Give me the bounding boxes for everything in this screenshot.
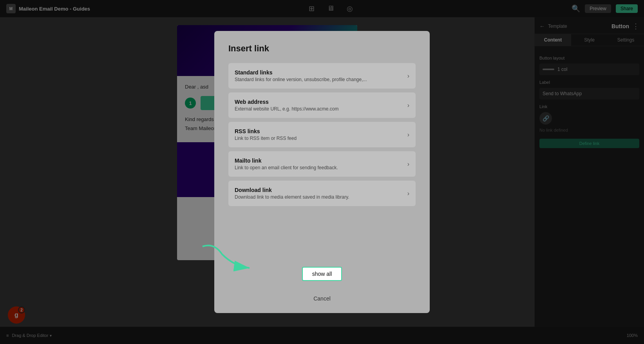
modal-footer: Cancel bbox=[214, 289, 430, 313]
cancel-button[interactable]: Cancel bbox=[313, 295, 331, 302]
link-option-download-title: Download link bbox=[235, 187, 404, 193]
link-option-rss[interactable]: RSS links Link to RSS item or RSS feed › bbox=[228, 122, 416, 147]
link-option-mailto-desc: Link to open an email client for sending… bbox=[235, 165, 404, 170]
link-option-mailto-text: Mailto link Link to open an email client… bbox=[235, 158, 404, 170]
modal-title: Insert link bbox=[228, 43, 416, 54]
link-option-rss-arrow: › bbox=[407, 131, 409, 138]
link-option-standard-title: Standard links bbox=[235, 69, 404, 76]
link-option-rss-desc: Link to RSS item or RSS feed bbox=[235, 136, 404, 141]
link-option-mailto-arrow: › bbox=[407, 161, 409, 168]
link-option-standard-arrow: › bbox=[407, 72, 409, 80]
link-option-standard-text: Standard links Standard links for online… bbox=[235, 69, 404, 82]
link-option-web[interactable]: Web address External website URL, e.g. h… bbox=[228, 92, 416, 118]
link-option-web-title: Web address bbox=[235, 99, 404, 105]
show-all-area: show all bbox=[214, 262, 430, 289]
link-option-mailto[interactable]: Mailto link Link to open an email client… bbox=[228, 151, 416, 177]
link-option-standard[interactable]: Standard links Standard links for online… bbox=[228, 63, 416, 89]
link-option-web-text: Web address External website URL, e.g. h… bbox=[235, 99, 404, 112]
show-all-button[interactable]: show all bbox=[302, 267, 342, 281]
link-option-download[interactable]: Download link Download link to media ele… bbox=[228, 181, 416, 206]
link-option-mailto-title: Mailto link bbox=[235, 158, 404, 164]
link-option-standard-desc: Standard links for online version, unsub… bbox=[235, 77, 404, 82]
link-option-rss-title: RSS links bbox=[235, 128, 404, 134]
modal-body: Standard links Standard links for online… bbox=[214, 63, 430, 262]
insert-link-modal: Insert link Standard links Standard link… bbox=[214, 31, 430, 313]
modal-overlay[interactable]: Insert link Standard links Standard link… bbox=[0, 0, 644, 344]
modal-header: Insert link bbox=[214, 31, 430, 63]
link-option-download-arrow: › bbox=[407, 190, 409, 197]
link-option-web-arrow: › bbox=[407, 102, 409, 109]
link-option-download-text: Download link Download link to media ele… bbox=[235, 187, 404, 200]
link-option-download-desc: Download link to media element saved in … bbox=[235, 194, 404, 200]
link-option-web-desc: External website URL, e.g. https://www.a… bbox=[235, 106, 404, 112]
link-option-rss-text: RSS links Link to RSS item or RSS feed bbox=[235, 128, 404, 141]
